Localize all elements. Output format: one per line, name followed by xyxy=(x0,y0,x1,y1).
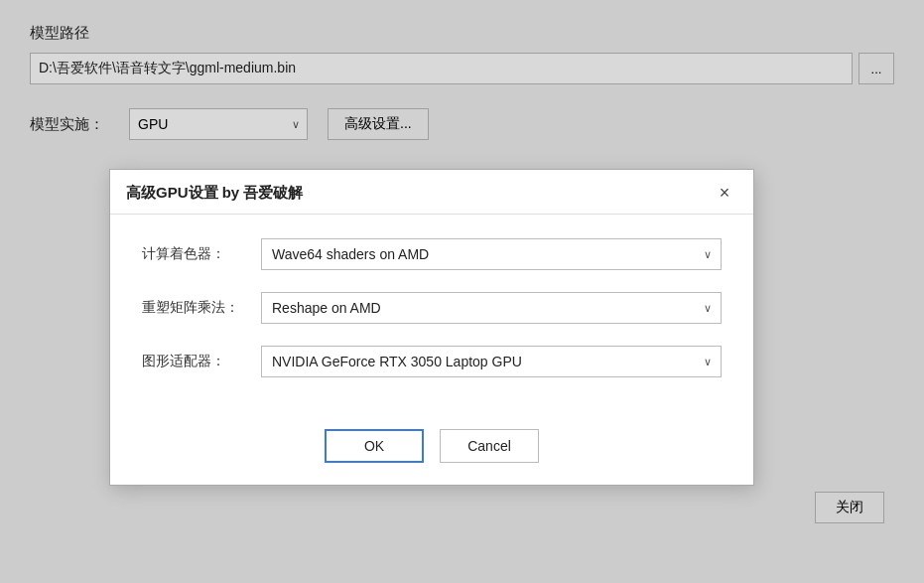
dialog-body: 计算着色器： Default Wave64 shaders on AMD Wav… xyxy=(110,215,753,419)
reshape-select[interactable]: Default Reshape on AMD No reshape xyxy=(261,292,722,324)
compute-shader-row: 计算着色器： Default Wave64 shaders on AMD Wav… xyxy=(142,238,722,270)
reshape-label: 重塑矩阵乘法： xyxy=(142,299,261,317)
ok-button[interactable]: OK xyxy=(325,429,424,463)
cancel-button[interactable]: Cancel xyxy=(440,429,539,463)
graphics-adapter-row: 图形适配器： NVIDIA GeForce RTX 3050 Laptop GP… xyxy=(142,346,722,377)
graphics-adapter-select[interactable]: NVIDIA GeForce RTX 3050 Laptop GPU xyxy=(261,346,722,377)
dialog-title: 高级GPU设置 by 吾爱破解 xyxy=(126,184,303,203)
compute-shader-select-wrapper: Default Wave64 shaders on AMD Wave32 sha… xyxy=(261,238,722,270)
dialog-footer: OK Cancel xyxy=(110,419,753,485)
reshape-row: 重塑矩阵乘法： Default Reshape on AMD No reshap… xyxy=(142,292,722,324)
advanced-gpu-dialog: 高级GPU设置 by 吾爱破解 × 计算着色器： Default Wave64 … xyxy=(109,169,754,486)
graphics-adapter-select-wrapper: NVIDIA GeForce RTX 3050 Laptop GPU xyxy=(261,346,722,377)
compute-shader-label: 计算着色器： xyxy=(142,245,261,263)
reshape-select-wrapper: Default Reshape on AMD No reshape xyxy=(261,292,722,324)
compute-shader-select[interactable]: Default Wave64 shaders on AMD Wave32 sha… xyxy=(261,238,722,270)
dialog-titlebar: 高级GPU设置 by 吾爱破解 × xyxy=(110,170,753,215)
dialog-close-button[interactable]: × xyxy=(712,180,737,206)
graphics-adapter-label: 图形适配器： xyxy=(142,353,261,370)
